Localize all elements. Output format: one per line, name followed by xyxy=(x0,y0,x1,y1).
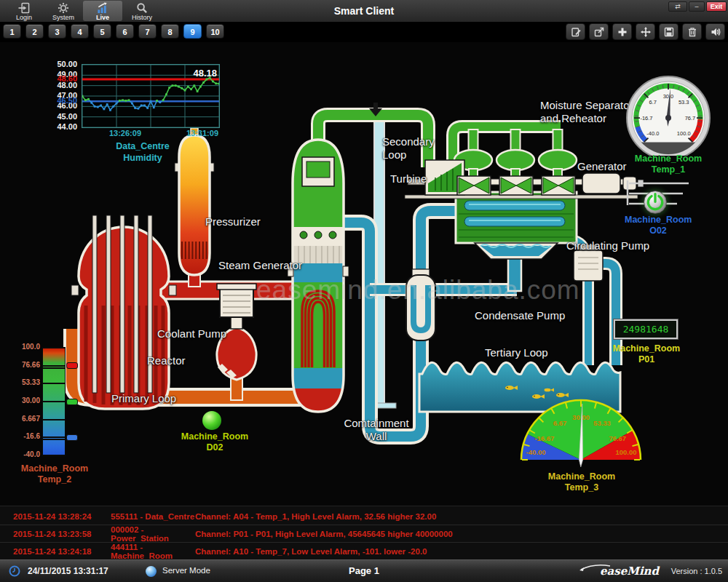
tab-10[interactable]: 10 xyxy=(206,24,224,39)
label-tertiary-loop: Tertiary Loop xyxy=(485,346,548,359)
svg-text:-16.67: -16.67 xyxy=(534,434,554,442)
tab-strip: 12345678910 xyxy=(0,22,728,42)
switch-window-button[interactable]: ⇄ xyxy=(668,1,687,12)
alarm-time: 2015-11-24 13:28:24 xyxy=(13,512,111,521)
svg-text:76.67: 76.67 xyxy=(609,434,626,442)
brand-logo: easeMind xyxy=(600,565,659,578)
svg-text:30.0: 30.0 xyxy=(663,93,674,100)
label-pressurizer: Pressurizer xyxy=(205,215,261,228)
trend-caption-line1: Data_Centre xyxy=(74,141,211,151)
nav-system-button[interactable]: System xyxy=(44,1,83,21)
bar-scale-label: 76.66 xyxy=(11,361,40,369)
bar-scale-label: 6.667 xyxy=(11,415,40,423)
minimize-button[interactable]: – xyxy=(689,1,705,12)
tab-5[interactable]: 5 xyxy=(93,24,111,39)
move-icon xyxy=(641,27,651,37)
temp2-caption-line2: Temp_2 xyxy=(11,475,98,485)
temp2-bar-gauge: 100.076.6653.3330.006.667-16.6-40.0 Mach… xyxy=(11,342,98,491)
gear-icon xyxy=(57,2,70,14)
trend-caption-line2: Humidity xyxy=(74,153,211,163)
nav-history-label: History xyxy=(132,14,152,21)
temp1-dial-gauge: -40.0-16.76.730.053.376.7100.0 Machine_R… xyxy=(617,70,719,179)
minimize-icon: – xyxy=(695,3,698,10)
version-label: Version : 1.0.5 xyxy=(671,567,722,575)
add-button[interactable] xyxy=(612,23,632,40)
clock-icon xyxy=(9,565,20,577)
trend-x-tick-start: 13:26:09 xyxy=(100,129,151,137)
move-button[interactable] xyxy=(636,23,655,40)
bar-scale-label: 100.0 xyxy=(11,343,40,351)
exit-button[interactable]: Exit xyxy=(706,1,727,12)
tab-7[interactable]: 7 xyxy=(138,24,157,39)
d02-indicator-sphere xyxy=(202,411,221,430)
trend-chart-widget: 50.0049.0048.0047.0046.0045.0044.0048.60… xyxy=(29,61,226,178)
export-button[interactable] xyxy=(589,23,609,40)
title-bar: Login System Live History Smart Client ⇄… xyxy=(0,0,728,22)
svg-text:76.7: 76.7 xyxy=(685,115,696,121)
bar-marker-value xyxy=(66,399,78,405)
tab-3[interactable]: 3 xyxy=(48,24,66,39)
tab-6[interactable]: 6 xyxy=(116,24,134,39)
alarm-station: 444111 - Machine_Room xyxy=(111,543,195,560)
svg-text:-16.7: -16.7 xyxy=(640,115,652,121)
label-turbine: Turbine xyxy=(390,172,427,186)
bar-low-threshold-line xyxy=(43,439,65,440)
trend-y-tick: 44.00 xyxy=(29,122,77,131)
nav-system-label: System xyxy=(52,14,74,21)
edit-button[interactable] xyxy=(566,23,585,40)
o02-power-button[interactable] xyxy=(644,191,667,214)
tab-9[interactable]: 9 xyxy=(183,24,202,39)
server-mode-label: Server Mode xyxy=(162,566,210,575)
p01-widget: 24981648 Machine_Room P01 xyxy=(606,318,687,370)
svg-text:100.00: 100.00 xyxy=(615,448,636,456)
speaker-icon xyxy=(711,27,721,37)
exit-label: Exit xyxy=(711,3,723,10)
edit-page-icon xyxy=(571,27,581,37)
temp1-caption-line2: Temp_1 xyxy=(617,165,719,175)
nav-history-button[interactable]: History xyxy=(122,1,162,21)
svg-text:100.0: 100.0 xyxy=(677,130,691,137)
label-containment-wall: Comtainment Wall xyxy=(333,417,419,443)
bar-marker-high xyxy=(66,362,78,369)
tab-1[interactable]: 1 xyxy=(3,24,21,39)
temp3-caption-line1: Machine_Room xyxy=(515,472,648,482)
svg-text:-40.00: -40.00 xyxy=(526,448,546,456)
bar-scale-tick xyxy=(43,383,65,384)
sound-button[interactable] xyxy=(705,23,725,40)
alarm-message: Channel: P01 - P01, High Level Alarm, 45… xyxy=(195,530,728,538)
p01-caption-line2: P01 xyxy=(606,355,687,365)
trash-icon xyxy=(687,27,697,37)
temp3-semi-gauge: -40.00-16.676.6730.0053.3376.67100.00 Ma… xyxy=(515,396,648,499)
bar-scale-tick xyxy=(43,436,65,438)
nav-login-button[interactable]: Login xyxy=(4,1,44,21)
server-mode-indicator xyxy=(146,566,157,577)
alarm-station: 555111 - Data_Centre xyxy=(111,512,195,521)
save-button[interactable] xyxy=(659,23,678,40)
alarm-row[interactable]: 2015-11-24 13:24:18444111 - Machine_Room… xyxy=(0,543,728,560)
page-tabs: 12345678910 xyxy=(3,24,224,39)
o02-widget: Machine_Room O02 xyxy=(625,189,692,237)
trend-high-limit-label: 48.60 xyxy=(29,74,77,83)
export-icon xyxy=(594,27,604,37)
trend-y-tick: 45.00 xyxy=(29,112,77,121)
tab-8[interactable]: 8 xyxy=(161,24,179,39)
alarm-message: Channel: A04 - Temp_1, High Level Alarm,… xyxy=(195,512,728,521)
nav-live-button[interactable]: Live xyxy=(83,1,122,21)
status-bar: 24/11/2015 13:31:17 Server Mode Page 1 e… xyxy=(0,559,728,582)
login-icon xyxy=(17,2,31,14)
delete-button[interactable] xyxy=(682,23,702,40)
temp2-caption-line1: Machine_Room xyxy=(11,464,98,474)
bar-marker-low xyxy=(66,434,78,441)
alarm-row[interactable]: 2015-11-24 13:23:58000002 - Power_Statio… xyxy=(0,525,728,543)
alarm-row[interactable]: 2015-11-24 13:28:24555111 - Data_CentreC… xyxy=(0,508,728,525)
label-secondary-loop: Secondary Loop xyxy=(382,135,451,162)
tab-2[interactable]: 2 xyxy=(25,24,44,39)
trend-low-limit-label: 46.50 xyxy=(29,96,77,105)
tab-4[interactable]: 4 xyxy=(71,24,89,39)
trend-current-value: 48.18 xyxy=(169,68,217,79)
bar-scale-label: 53.33 xyxy=(11,378,40,386)
bar-scale-tick xyxy=(43,365,65,367)
bar-scale-tick xyxy=(43,455,65,456)
label-primary-loop: Primary Loop xyxy=(111,392,176,405)
temp1-caption-line1: Machine_Room xyxy=(617,154,719,164)
